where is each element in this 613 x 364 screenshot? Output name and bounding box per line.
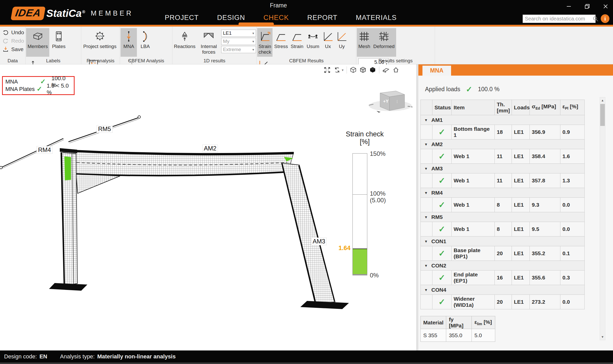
menu-materials[interactable]: MATERIALS — [356, 14, 397, 22]
redo-button[interactable]: Redo — [1, 37, 25, 45]
load-case-dropdown[interactable]: LE1▾ — [221, 30, 256, 37]
table-row[interactable]: ✓End plate (EP1)16LE1355.60.3 — [421, 271, 585, 285]
clipping-plane-icon[interactable] — [382, 67, 390, 73]
legend-color-bar — [352, 153, 367, 275]
search-input[interactable] — [525, 16, 593, 22]
collapse-triangle-icon[interactable]: ▼ — [424, 239, 428, 243]
internal-forces-button[interactable]: Internal forces — [197, 28, 220, 57]
reactions-button[interactable]: Reactions — [173, 28, 196, 57]
save-button[interactable]: Save — [1, 45, 25, 53]
group-row-rm4[interactable]: ▼RM4 — [421, 188, 585, 198]
wireframe-view-icon[interactable] — [350, 67, 357, 73]
group-label-cbfem-results: CBFEM Results — [257, 58, 356, 64]
component-dropdown[interactable]: My▾ — [221, 38, 256, 45]
navigation-cube[interactable]: +Y ⋮ — [367, 86, 414, 114]
cell-item: Web 1 — [452, 173, 495, 188]
cell-item: Bottom flange 1 — [452, 125, 495, 139]
member-label-am2[interactable]: AM2 — [202, 145, 218, 152]
table-row[interactable]: ✓Bottom flange 118LE1356.90.9 — [421, 125, 585, 139]
logo-statica-text: StatiCa® — [46, 8, 85, 19]
table-row[interactable]: ✓Web 18LE19.50.0 — [421, 222, 585, 237]
zoom-to-fit-icon[interactable] — [324, 67, 331, 73]
scroll-down-icon[interactable]: ▼ — [600, 334, 605, 340]
cell-loads: LE1 — [512, 125, 530, 139]
menu-report[interactable]: REPORT — [307, 14, 337, 22]
legend-limit-value: (5.00) — [370, 197, 386, 204]
deformed-toggle-button[interactable]: Deformed — [372, 28, 396, 57]
analysis-type-label: Analysis type: — [60, 353, 95, 360]
group-row-am2[interactable]: ▼AM2 — [421, 139, 585, 149]
extreme-dropdown[interactable]: Extreme▾ — [221, 46, 256, 53]
members-button[interactable]: Members — [26, 28, 49, 57]
toolbar-separator — [379, 66, 379, 74]
member-label-rm5[interactable]: RM5 — [97, 125, 113, 133]
lba-button[interactable]: LBA — [138, 28, 152, 57]
legend-max-label: 150% — [370, 150, 385, 157]
strain-check-button[interactable]: % Strain check — [257, 28, 273, 57]
table-row[interactable]: ✓Web 111LE1357.81.3 — [421, 173, 585, 188]
scrollbar-thumb[interactable] — [600, 104, 605, 126]
cell-thickness: 11 — [495, 149, 512, 164]
group-label-data: Data — [0, 58, 25, 64]
collapse-triangle-icon[interactable]: ▼ — [424, 118, 428, 122]
legend-limit-label: 100% — [370, 190, 385, 197]
undo-button[interactable]: Undo — [1, 28, 25, 37]
group-row-con1[interactable]: ▼CON1 — [421, 237, 585, 246]
transparent-view-icon[interactable] — [360, 67, 366, 73]
status-check-icon: ✓ — [432, 222, 452, 237]
cell-sigma: 355.6 — [530, 271, 560, 285]
plates-button[interactable]: Plates — [51, 28, 67, 57]
member-label-rm4[interactable]: RM4 — [37, 146, 53, 154]
solid-view-icon[interactable] — [369, 67, 376, 73]
menu-project[interactable]: PROJECT — [165, 14, 199, 22]
3d-viewport[interactable]: RM5 RM4 AM2 AM3 ▾ MNA ✓ 100.0 % — [0, 64, 416, 350]
collapse-triangle-icon[interactable]: ▼ — [424, 215, 428, 219]
material-table: Materialfy [MPa]εlim [%]S 355355.05.0 — [420, 316, 495, 342]
collapse-triangle-icon[interactable]: ▼ — [424, 264, 428, 268]
panel-scrollbar[interactable]: ▲ ▼ — [600, 97, 605, 340]
home-view-icon[interactable] — [393, 67, 399, 73]
minimize-button[interactable] — [566, 4, 572, 9]
menu-design[interactable]: DESIGN — [217, 14, 245, 22]
strain-button[interactable]: Strain — [290, 28, 304, 57]
title-bar: IDEA StatiCa® MEMBER Frame PROJECT DESIG… — [0, 0, 613, 25]
plates-icon — [53, 29, 65, 44]
table-row[interactable]: ✓Web 18LE19.30.0 — [421, 198, 585, 212]
strain-icon — [291, 29, 303, 44]
mesh-toggle-button[interactable]: Mesh — [357, 28, 372, 57]
group-row-con4[interactable]: ▼CON4 — [421, 285, 585, 295]
collapse-triangle-icon[interactable]: ▼ — [424, 191, 428, 195]
table-row[interactable]: ✓Base plate (BP1)20LE1355.20.1 — [421, 246, 585, 261]
group-row-am3[interactable]: ▼AM3 — [421, 164, 585, 173]
menu-check[interactable]: CHECK — [264, 14, 289, 22]
stress-button[interactable]: Stress — [274, 28, 288, 57]
check-icon: ✓ — [466, 85, 472, 94]
ux-button[interactable]: Ux — [322, 28, 334, 57]
collapse-triangle-icon[interactable]: ▼ — [424, 167, 428, 171]
group-row-con2[interactable]: ▼CON2 — [421, 261, 585, 271]
restore-button[interactable] — [584, 4, 590, 9]
col-thickness: Th.[mm] — [495, 100, 512, 115]
search-icon[interactable] — [593, 16, 599, 22]
info-icon[interactable]: i — [601, 14, 609, 23]
table-row[interactable]: ✓Widener (WID1a)20LE1273.20.0 — [421, 295, 585, 309]
svg-text:%: % — [268, 31, 270, 35]
applied-loads-row: Applied loads ✓ 100.0 % — [425, 85, 500, 94]
table-row[interactable]: ✓Web 111LE1358.41.6 — [421, 149, 585, 164]
tab-mna[interactable]: MNA — [422, 66, 451, 76]
cell-eps: 0.0 — [560, 198, 585, 212]
collapse-triangle-icon[interactable]: ▼ — [424, 142, 428, 146]
mna-button[interactable]: MNA — [121, 28, 137, 57]
group-row-am1[interactable]: ▼AM1 — [421, 115, 585, 125]
group-row-rm5[interactable]: ▼RM5 — [421, 212, 585, 222]
strain-check-icon: % — [259, 29, 270, 44]
rotate-view-button[interactable]: ▾ — [334, 67, 344, 73]
uy-button[interactable]: Uy — [335, 28, 348, 57]
member-label-am3[interactable]: AM3 — [311, 238, 327, 245]
save-icon — [3, 46, 9, 52]
usum-button[interactable]: Usum — [305, 28, 320, 57]
collapse-triangle-icon[interactable]: ▼ — [424, 288, 428, 292]
scroll-up-icon[interactable]: ▲ — [600, 97, 605, 103]
close-button[interactable] — [603, 4, 608, 9]
project-settings-button[interactable]: </> Project settings — [82, 28, 118, 57]
